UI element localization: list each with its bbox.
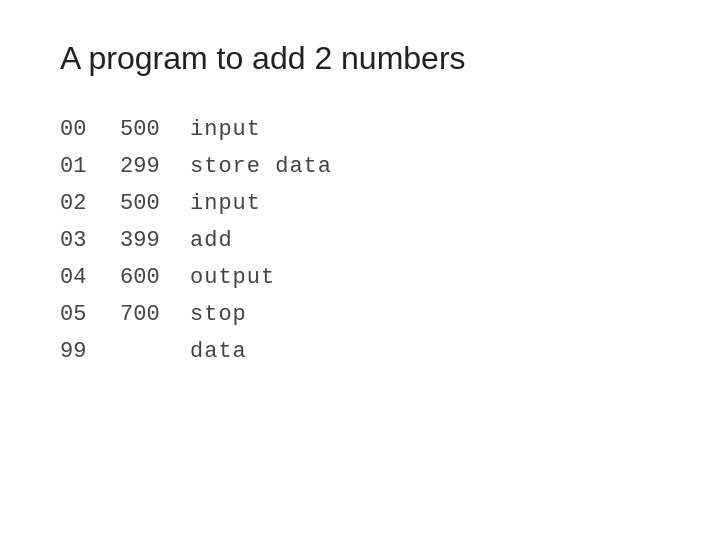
table-row-address-1: 01	[60, 154, 120, 179]
table-row-address-4: 04	[60, 265, 120, 290]
table-row-mnemonic-3: add	[190, 228, 660, 253]
table-row-opcode-0: 500	[120, 117, 190, 142]
table-row-opcode-5: 700	[120, 302, 190, 327]
program-table: 00500input01299store data02500input03399…	[60, 117, 660, 364]
table-row-mnemonic-2: input	[190, 191, 660, 216]
table-row-opcode-3: 399	[120, 228, 190, 253]
table-row-address-2: 02	[60, 191, 120, 216]
table-row-address-5: 05	[60, 302, 120, 327]
table-row-mnemonic-6: data	[190, 339, 660, 364]
table-row-opcode-6	[120, 339, 190, 364]
table-row-opcode-4: 600	[120, 265, 190, 290]
table-row-address-3: 03	[60, 228, 120, 253]
table-row-mnemonic-4: output	[190, 265, 660, 290]
page-title: A program to add 2 numbers	[60, 40, 660, 77]
table-row-opcode-1: 299	[120, 154, 190, 179]
table-row-mnemonic-0: input	[190, 117, 660, 142]
table-row-address-6: 99	[60, 339, 120, 364]
table-row-mnemonic-5: stop	[190, 302, 660, 327]
table-row-opcode-2: 500	[120, 191, 190, 216]
table-row-address-0: 00	[60, 117, 120, 142]
table-row-mnemonic-1: store data	[190, 154, 660, 179]
